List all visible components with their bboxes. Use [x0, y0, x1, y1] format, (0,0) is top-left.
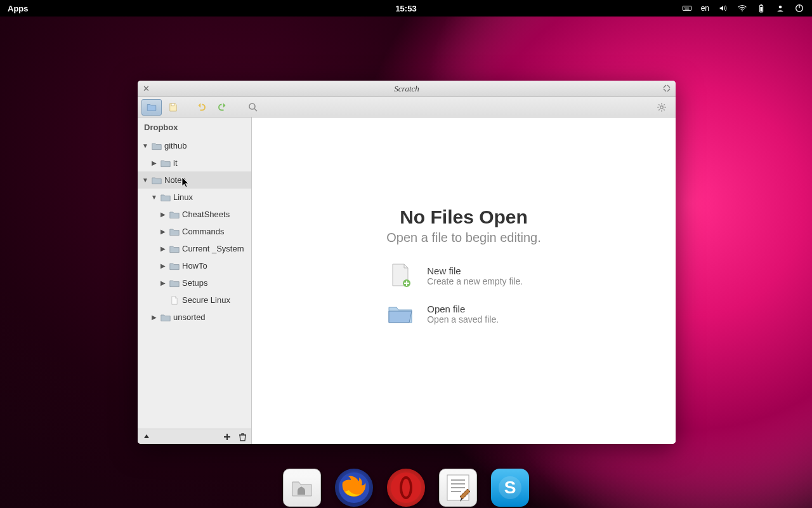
system-tray: en	[682, 3, 804, 13]
tree-item-label: it	[173, 158, 178, 168]
svg-rect-12	[799, 5, 799, 8]
svg-point-10	[779, 6, 782, 9]
window-title: Scratch	[394, 84, 419, 94]
disclosure-right-icon[interactable]: ▶	[150, 314, 158, 321]
tree-item-linux[interactable]: ▼Linux	[138, 189, 251, 206]
maximize-icon[interactable]	[663, 83, 671, 95]
tree-item-unsorted[interactable]: ▶unsorted	[138, 309, 251, 326]
tree-item-label: HowTo	[182, 261, 207, 271]
tree-item-label: Commands	[182, 227, 224, 236]
scratch-window: ✕ Scratch Dropbox ▼github▶it▼Notes▼Linux…	[138, 81, 676, 444]
disclosure-right-icon[interactable]: ▶	[159, 228, 167, 235]
tree-item-github[interactable]: ▼github	[138, 137, 251, 154]
toolbar	[138, 97, 676, 117]
wifi-icon[interactable]	[737, 3, 747, 13]
titlebar[interactable]: ✕ Scratch	[138, 81, 676, 97]
new-file-title: New file	[427, 265, 523, 276]
tree-item-howto[interactable]: ▶HowTo	[138, 257, 251, 274]
svg-point-14	[249, 104, 255, 109]
volume-icon[interactable]	[718, 3, 728, 13]
svg-rect-1	[684, 8, 684, 8]
disclosure-down-icon[interactable]: ▼	[141, 142, 149, 149]
user-icon[interactable]	[775, 3, 785, 13]
tree-item-commands[interactable]: ▶Commands	[138, 223, 251, 240]
empty-state: No Files Open Open a file to begin editi…	[386, 206, 541, 326]
editor-content: No Files Open Open a file to begin editi…	[252, 117, 676, 444]
new-file-sub: Create a new empty file.	[427, 276, 523, 286]
dock: S	[272, 462, 540, 508]
disclosure-down-icon[interactable]: ▼	[150, 194, 158, 201]
new-file-action[interactable]: New file Create a new empty file.	[386, 263, 541, 288]
svg-rect-0	[683, 6, 691, 11]
save-button[interactable]	[163, 99, 183, 116]
svg-rect-3	[686, 8, 687, 8]
disclosure-right-icon[interactable]: ▶	[159, 245, 167, 252]
empty-subtitle: Open a file to begin editing.	[386, 231, 541, 245]
tree-item-notes[interactable]: ▼Notes	[138, 171, 251, 189]
new-file-icon	[386, 263, 414, 288]
power-icon[interactable]	[794, 3, 804, 13]
tree-item-label: github	[164, 141, 187, 150]
tree-item-label: unsorted	[173, 312, 206, 322]
open-folder-button[interactable]	[141, 99, 162, 116]
tree-item-label: CheatSheets	[182, 210, 230, 219]
disclosure-right-icon[interactable]: ▶	[150, 159, 158, 166]
delete-button[interactable]	[236, 431, 249, 443]
tree-item-secure-linux[interactable]: Secure Linux	[138, 291, 251, 309]
keyboard-icon[interactable]	[682, 3, 692, 13]
tree-item-current-system[interactable]: ▶Current _System	[138, 240, 251, 257]
battery-icon[interactable]	[756, 3, 766, 13]
svg-text:S: S	[504, 478, 516, 497]
open-file-action[interactable]: Open file Open a saved file.	[386, 301, 541, 326]
disclosure-right-icon[interactable]: ▶	[159, 211, 167, 218]
svg-rect-8	[761, 4, 763, 5]
dock-item-skype[interactable]: S	[491, 469, 529, 507]
sidebar-footer	[138, 429, 251, 444]
tree-item-label: Setups	[182, 278, 207, 288]
tree-item-label: Linux	[173, 192, 193, 202]
open-file-icon	[386, 301, 414, 326]
dock-item-opera[interactable]	[387, 469, 425, 507]
open-file-sub: Open a saved file.	[427, 314, 499, 324]
tree-item-cheatsheets[interactable]: ▶CheatSheets	[138, 206, 251, 223]
svg-rect-5	[684, 9, 689, 10]
svg-rect-2	[685, 8, 686, 8]
tree-item-label: Notes	[164, 175, 186, 185]
collapse-up-button[interactable]	[140, 431, 153, 443]
dock-item-files[interactable]	[283, 469, 321, 507]
dock-item-text-editor[interactable]	[439, 469, 477, 507]
open-file-title: Open file	[427, 304, 499, 314]
keyboard-layout[interactable]: en	[701, 4, 709, 13]
tree-item-label: Current _System	[182, 244, 244, 253]
svg-rect-13	[171, 104, 174, 106]
disclosure-right-icon[interactable]: ▶	[159, 279, 167, 286]
disclosure-right-icon[interactable]: ▶	[159, 262, 167, 269]
tree-item-setups[interactable]: ▶Setups	[138, 274, 251, 291]
svg-rect-4	[688, 8, 688, 8]
add-button[interactable]	[221, 431, 233, 443]
disclosure-down-icon[interactable]: ▼	[141, 177, 149, 184]
search-button[interactable]	[243, 99, 263, 116]
redo-button[interactable]	[213, 99, 233, 116]
svg-point-20	[402, 479, 410, 497]
close-icon[interactable]: ✕	[143, 84, 150, 93]
dock-item-firefox[interactable]	[335, 469, 373, 507]
sidebar-header: Dropbox	[138, 117, 251, 137]
svg-point-6	[742, 10, 743, 11]
top-panel: Apps 15:53 en	[0, 0, 812, 17]
file-tree: ▼github▶it▼Notes▼Linux▶CheatSheets▶Comma…	[138, 137, 251, 429]
svg-rect-9	[760, 7, 762, 11]
empty-title: No Files Open	[386, 206, 541, 228]
tree-item-it[interactable]: ▶it	[138, 154, 251, 171]
tree-item-label: Secure Linux	[182, 295, 230, 305]
undo-button[interactable]	[191, 99, 211, 116]
sidebar: Dropbox ▼github▶it▼Notes▼Linux▶CheatShee…	[138, 117, 252, 444]
clock[interactable]: 15:53	[395, 4, 416, 13]
svg-point-15	[660, 105, 664, 109]
apps-menu[interactable]: Apps	[8, 4, 29, 13]
settings-button[interactable]	[652, 99, 672, 116]
